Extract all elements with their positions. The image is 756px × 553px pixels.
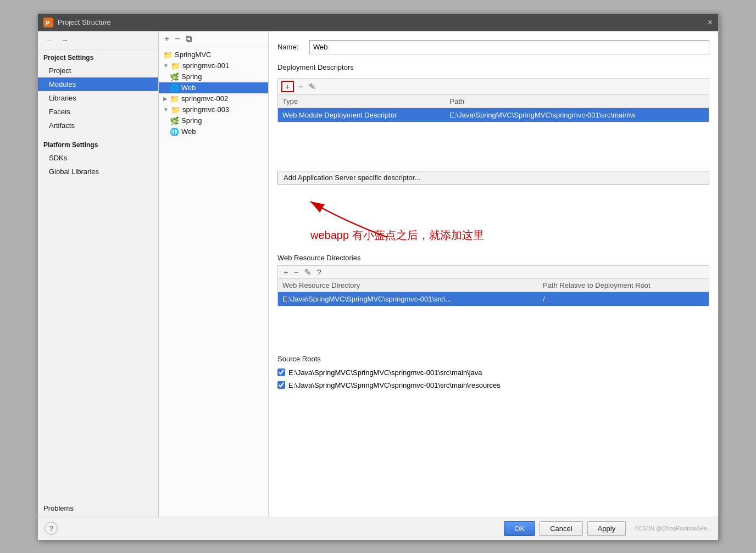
project-structure-dialog: P Project Structure × ← → Project Settin… [37, 13, 719, 540]
tree-remove-button[interactable]: − [174, 35, 181, 43]
help-button[interactable]: ? [45, 522, 58, 535]
tree-item-spring2[interactable]: 🌿 Spring [159, 115, 268, 126]
apply-button[interactable]: Apply [587, 521, 626, 536]
module-tree: + − ⧉ 📁 SpringMVC ▼ 📁 springmvc-001 [159, 31, 269, 517]
source-root-path-1: E:\Java\SpringMVC\SpringMVC\springmvc-00… [288, 381, 501, 389]
col-webresdir: Web Resource Directory [278, 278, 538, 292]
table-row[interactable]: E:\Java\SpringMVC\SpringMVC\springmvc-00… [278, 292, 709, 306]
sidebar-item-global-libraries[interactable]: Global Libraries [38, 165, 158, 178]
tree-item-label: Web [181, 83, 196, 92]
folder-icon: 📁 [171, 105, 180, 114]
folder-icon: 📁 [171, 62, 180, 70]
deployment-add-button[interactable]: + [284, 82, 291, 91]
add-btn-box: + [281, 81, 294, 92]
tree-copy-button[interactable]: ⧉ [185, 35, 193, 43]
close-button[interactable]: × [708, 18, 713, 27]
platform-settings-header: Platform Settings [38, 137, 158, 151]
web-resource-table: Web Resource Directory Path Relative to … [277, 278, 709, 306]
bottom-left: ? [45, 522, 58, 535]
webres-add-button[interactable]: + [282, 268, 290, 276]
tree-item-label: Spring [181, 116, 202, 125]
tree-add-button[interactable]: + [163, 35, 170, 43]
tree-item-web1[interactable]: 🌐 Web [159, 82, 268, 93]
source-roots-section: Source Roots E:\Java\SpringMVC\SpringMVC… [277, 355, 709, 392]
deployment-remove-button[interactable]: − [297, 82, 304, 91]
nav-forward[interactable]: → [59, 35, 71, 46]
webresource-empty-area [277, 313, 709, 346]
name-field-row: Name: [277, 40, 709, 54]
watermark: ©CSDN @ChinaRainbowSea... [635, 526, 711, 532]
tree-item-springmvc002[interactable]: ▶ 📁 springmvc-002 [159, 93, 268, 104]
name-label: Name: [277, 43, 305, 51]
cell-relpath: / [538, 292, 709, 306]
tree-item-springmvc003[interactable]: ▼ 📁 springmvc-003 [159, 104, 268, 115]
col-type: Type [278, 94, 446, 108]
deployment-empty-area [277, 129, 709, 162]
sidebar-item-modules[interactable]: Modules [38, 77, 158, 91]
deployment-descriptors-section: Deployment Descriptors + − ✎ Type Path [277, 63, 709, 162]
left-sidebar: ← → Project Settings Project Modules Lib… [38, 31, 159, 517]
tree-item-label: SpringMVC [175, 51, 211, 59]
main-content-panel: Name: Deployment Descriptors + − ✎ Type [269, 31, 718, 517]
sidebar-item-sdks[interactable]: SDKs [38, 151, 158, 165]
deployment-toolbar: + − ✎ [277, 78, 709, 94]
nav-back[interactable]: ← [43, 35, 55, 46]
annotation-text: webapp 有小蓝点之后，就添加这里 [310, 228, 484, 243]
tree-item-web2[interactable]: 🌐 Web [159, 126, 268, 137]
deployment-edit-button[interactable]: ✎ [308, 82, 317, 91]
sidebar-item-facets[interactable]: Facets [38, 105, 158, 119]
tree-item-label: springmvc-001 [182, 62, 229, 70]
tree-item-label: Spring [181, 72, 202, 81]
tree-item-springmvc001[interactable]: ▼ 📁 springmvc-001 [159, 60, 268, 71]
ok-button[interactable]: OK [504, 521, 535, 536]
tree-item-spring1[interactable]: 🌿 Spring [159, 71, 268, 82]
web-icon: 🌐 [170, 83, 179, 92]
chevron-right-icon: ▶ [163, 96, 168, 102]
webres-edit-button[interactable]: ✎ [303, 268, 313, 276]
chevron-down-icon: ▼ [163, 107, 169, 113]
folder-icon: 📁 [170, 94, 179, 103]
web-resource-toolbar: + − ✎ ? [277, 265, 709, 278]
deployment-table: Type Path Web Module Deployment Descript… [277, 94, 709, 122]
webres-help-button[interactable]: ? [316, 268, 323, 276]
add-server-button[interactable]: Add Application Server specific descript… [277, 171, 709, 185]
sidebar-item-project[interactable]: Project [38, 64, 158, 77]
tree-toolbar: + − ⧉ [159, 31, 268, 47]
source-root-checkbox-0[interactable] [277, 368, 285, 376]
tree-item-label: Web [181, 127, 196, 136]
bottom-right: OK Cancel Apply ©CSDN @ChinaRainbowSea..… [504, 521, 711, 536]
svg-text:P: P [46, 20, 49, 26]
dialog-body: ← → Project Settings Project Modules Lib… [38, 31, 718, 517]
cancel-button[interactable]: Cancel [540, 521, 582, 536]
spring-icon: 🌿 [170, 72, 179, 81]
source-root-checkbox-1[interactable] [277, 381, 285, 389]
source-root-path-0: E:\Java\SpringMVC\SpringMVC\springmvc-00… [288, 368, 482, 377]
nav-arrows: ← → [38, 31, 158, 49]
tree-item-label: springmvc-003 [182, 105, 229, 114]
name-input[interactable] [309, 40, 709, 54]
project-settings-header: Project Settings [38, 49, 158, 64]
cell-type: Web Module Deployment Descriptor [278, 108, 446, 122]
sidebar-item-artifacts[interactable]: Artifacts [38, 119, 158, 132]
spring-icon: 🌿 [170, 116, 179, 125]
webres-remove-button[interactable]: − [293, 268, 300, 276]
folder-icon: 📁 [163, 51, 173, 59]
annotation-area: webapp 有小蓝点之后，就添加这里 [277, 193, 709, 248]
deployment-descriptors-header: Deployment Descriptors [277, 63, 709, 74]
source-roots-header: Source Roots [277, 355, 709, 363]
sidebar-problems[interactable]: Problems [38, 500, 158, 517]
sidebar-item-libraries[interactable]: Libraries [38, 91, 158, 105]
source-root-row-1: E:\Java\SpringMVC\SpringMVC\springmvc-00… [277, 379, 709, 392]
app-icon: P [43, 18, 53, 27]
table-row[interactable]: Web Module Deployment Descriptor E:\Java… [278, 108, 709, 122]
cell-path: E:\Java\SpringMVC\SpringMVC\springmvc-00… [445, 108, 709, 122]
chevron-down-icon: ▼ [163, 63, 169, 69]
tree-item-springmvc[interactable]: 📁 SpringMVC [159, 49, 268, 60]
web-resource-section: Web Resource Directories + − ✎ ? Web Res… [277, 254, 709, 346]
source-root-row-0: E:\Java\SpringMVC\SpringMVC\springmvc-00… [277, 366, 709, 379]
title-bar: P Project Structure × [38, 14, 718, 31]
bottom-bar: ? OK Cancel Apply ©CSDN @ChinaRainbowSea… [38, 517, 718, 540]
col-path: Path [445, 94, 709, 108]
tree-content: 📁 SpringMVC ▼ 📁 springmvc-001 🌿 Spring 🌐 [159, 47, 268, 517]
cell-directory: E:\Java\SpringMVC\SpringMVC\springmvc-00… [278, 292, 538, 306]
